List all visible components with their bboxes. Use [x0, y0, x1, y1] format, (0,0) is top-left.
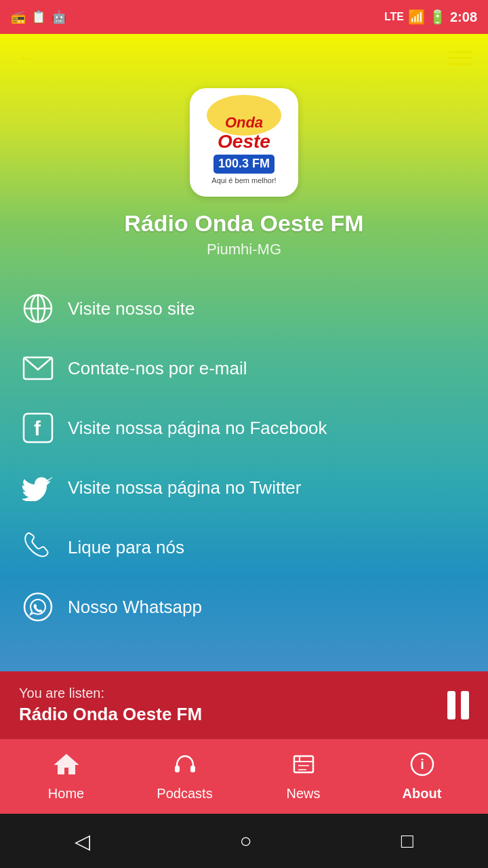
menu-line-1 — [449, 51, 472, 53]
station-name: Rádio Onda Oeste FM — [124, 210, 363, 237]
top-bar: ← — [0, 34, 488, 81]
pause-bar-2 — [461, 691, 469, 719]
menu-items-list: Visite nosso site Contate-nos por e-mail… — [0, 279, 488, 637]
svg-text:Onda: Onda — [225, 114, 263, 131]
status-icons-left: 📻 📋 🤖 — [11, 9, 66, 24]
station-location: Piumhi-MG — [207, 241, 281, 258]
status-bar: 📻 📋 🤖 LTE 📶 🔋 2:08 — [0, 0, 488, 34]
now-playing-label: You are listen: — [19, 686, 202, 701]
back-system-button[interactable]: ◁ — [75, 829, 90, 853]
phone-icon — [20, 530, 56, 565]
logo-svg: Onda Oeste 100.3 FM Aqui é bem melhor! — [197, 95, 291, 190]
phone-label: Lique para nós — [68, 537, 184, 558]
android-icon: 🤖 — [52, 9, 66, 24]
radio-icon: 📻 — [11, 9, 26, 24]
news-icon — [291, 752, 316, 782]
whatsapp-icon — [20, 589, 56, 625]
menu-item-twitter[interactable]: Visite nossa página no Twitter — [20, 458, 468, 517]
signal-icon: 📶 — [408, 9, 425, 25]
menu-item-phone[interactable]: Lique para nós — [20, 517, 468, 577]
menu-button[interactable] — [449, 51, 472, 65]
headphones-icon — [173, 752, 197, 782]
svg-rect-16 — [175, 766, 180, 772]
info-icon: i — [410, 752, 434, 782]
now-playing-title: Rádio Onda Oeste FM — [19, 704, 202, 725]
globe-icon — [20, 291, 56, 326]
svg-point-14 — [24, 593, 52, 620]
svg-text:Aqui é bem melhor!: Aqui é bem melhor! — [211, 176, 276, 184]
now-playing-bar: You are listen: Rádio Onda Oeste FM — [0, 671, 488, 739]
facebook-icon: f — [20, 410, 56, 446]
pause-bar-1 — [447, 691, 455, 719]
twitter-icon — [20, 470, 56, 505]
time-display: 2:08 — [450, 9, 477, 25]
menu-item-website[interactable]: Visite nosso site — [20, 279, 468, 338]
svg-text:i: i — [420, 757, 424, 772]
menu-item-facebook[interactable]: f Visite nossa página no Facebook — [20, 398, 468, 458]
about-label: About — [403, 786, 442, 802]
home-system-button[interactable]: ○ — [239, 829, 251, 852]
home-label: Home — [48, 786, 84, 802]
status-icons-right: LTE 📶 🔋 2:08 — [384, 9, 477, 25]
battery-icon: 🔋 — [429, 9, 446, 25]
svg-text:100.3 FM: 100.3 FM — [218, 157, 270, 170]
recent-apps-button[interactable]: □ — [401, 829, 413, 852]
website-label: Visite nosso site — [68, 298, 195, 319]
nav-item-podcasts[interactable]: Podcasts — [125, 752, 244, 802]
bottom-nav: Home Podcasts News i — [0, 739, 488, 814]
svg-marker-15 — [56, 755, 77, 774]
lte-icon: LTE — [384, 11, 404, 23]
twitter-label: Visite nossa página no Twitter — [68, 477, 301, 498]
back-button[interactable]: ← — [16, 45, 38, 71]
logo-inner: Onda Oeste 100.3 FM Aqui é bem melhor! — [197, 95, 291, 190]
menu-item-whatsapp[interactable]: Nosso Whatsapp — [20, 577, 468, 637]
menu-line-2 — [449, 57, 472, 59]
nav-item-home[interactable]: Home — [7, 752, 125, 802]
now-playing-text: You are listen: Rádio Onda Oeste FM — [19, 686, 202, 725]
sim-icon: 📋 — [31, 9, 46, 24]
podcasts-label: Podcasts — [157, 786, 212, 802]
whatsapp-label: Nosso Whatsapp — [68, 597, 202, 618]
nav-item-about[interactable]: i About — [363, 752, 481, 802]
svg-text:Oeste: Oeste — [218, 131, 270, 152]
system-bar: ◁ ○ □ — [0, 814, 488, 868]
facebook-label: Visite nossa página no Facebook — [68, 418, 327, 439]
svg-rect-17 — [190, 766, 195, 772]
email-icon — [20, 351, 56, 386]
home-icon — [54, 752, 79, 782]
news-label: News — [286, 786, 320, 802]
station-logo: Onda Oeste 100.3 FM Aqui é bem melhor! — [190, 88, 298, 197]
email-label: Contate-nos por e-mail — [68, 358, 247, 379]
nav-item-news[interactable]: News — [244, 752, 363, 802]
menu-line-3 — [449, 63, 472, 65]
pause-button[interactable] — [447, 691, 469, 719]
svg-text:f: f — [34, 417, 41, 439]
main-content: ← Onda Oeste 100.3 FM Aqui é bem m — [0, 34, 488, 671]
menu-item-email[interactable]: Contate-nos por e-mail — [20, 338, 468, 398]
